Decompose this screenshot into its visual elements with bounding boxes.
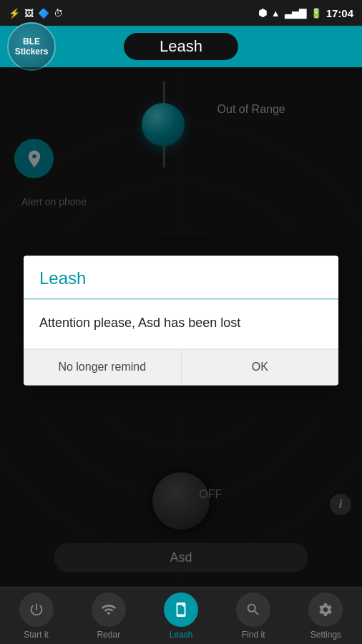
nav-item-settings[interactable]: Settings (290, 592, 362, 640)
dialog-body: Attention please, Asd has been lost (24, 299, 338, 348)
time: 17:04 (326, 7, 353, 19)
settings-icon (308, 592, 343, 627)
dialog-title-bar: Leash (24, 255, 338, 299)
dialog-message: Attention please, Asd has been lost (39, 313, 323, 333)
alert-dialog: Leash Attention please, Asd has been los… (24, 255, 338, 385)
nav-label-start: Start it (24, 630, 49, 640)
logo-line1: BLE (23, 36, 40, 47)
charging-icon: ⚡ (9, 8, 20, 19)
signal-icon: ▃▅▇ (285, 8, 306, 19)
nav-label-radar: Redar (97, 630, 120, 640)
dialog-buttons: No longer remind OK (24, 348, 338, 385)
bottom-nav: Start it Redar Leash Find it (0, 587, 362, 644)
nav-label-leash: Leash (170, 630, 193, 640)
battery-icon: 🔋 (310, 8, 322, 19)
wifi-icon: ▲ (271, 8, 280, 19)
nav-item-find[interactable]: Find it (217, 592, 290, 640)
leash-icon (164, 592, 198, 627)
nav-label-find: Find it (242, 630, 265, 640)
status-bar: ⚡ 🖼 🔷 ⏱ ⬢ ▲ ▃▅▇ 🔋 17:04 (0, 0, 362, 26)
no-longer-remind-button[interactable]: No longer remind (24, 349, 182, 385)
ble-logo: BLE Stickers (7, 22, 56, 71)
start-icon (19, 592, 54, 627)
find-icon (236, 592, 270, 627)
app-title: Leash (160, 37, 202, 55)
status-icons-right: ⬢ ▲ ▃▅▇ 🔋 17:04 (258, 7, 353, 19)
status-icons-left: ⚡ 🖼 🔷 ⏱ (9, 8, 63, 19)
app-title-bar: Leash (124, 33, 238, 60)
flame-icon: 🔷 (38, 8, 49, 19)
image-icon: 🖼 (24, 8, 34, 19)
top-bar: BLE Stickers Leash (0, 26, 362, 67)
nav-label-settings: Settings (310, 630, 341, 640)
nav-item-leash[interactable]: Leash (145, 592, 217, 640)
svg-point-6 (182, 605, 185, 607)
radar-icon (92, 592, 126, 627)
clock-icon: ⏱ (54, 8, 63, 19)
bluetooth-icon: ⬢ (258, 7, 267, 19)
nav-item-start[interactable]: Start it (0, 592, 72, 640)
main-content: Out of Range Alert on phone OFF i Asd Le… (0, 67, 362, 587)
dialog-title: Leash (39, 268, 86, 288)
logo-line2: Stickers (15, 47, 49, 57)
ok-button[interactable]: OK (182, 349, 339, 385)
nav-item-radar[interactable]: Redar (72, 592, 145, 640)
